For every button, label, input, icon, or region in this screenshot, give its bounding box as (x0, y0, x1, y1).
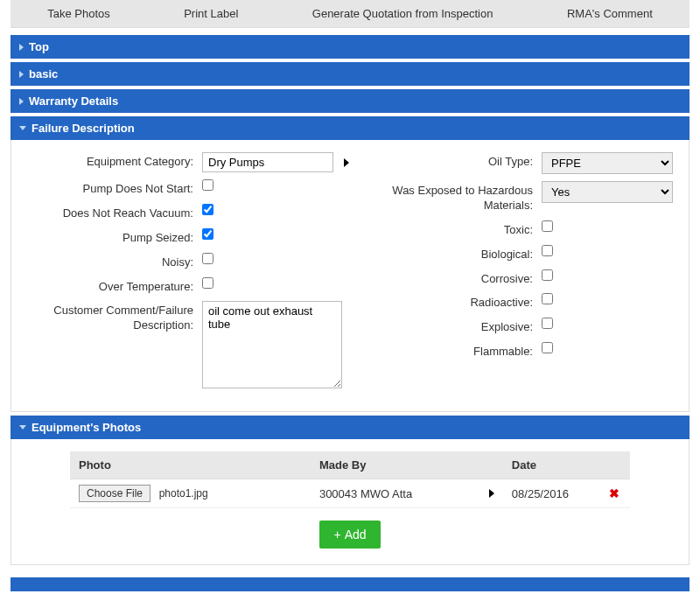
section-header-top[interactable]: Top (10, 35, 690, 59)
customer-comment-textarea[interactable]: oil come out exhaust tube (202, 301, 342, 388)
noisy-checkbox[interactable] (202, 253, 214, 264)
section-title-photos: Equipment's Photos (32, 421, 141, 434)
oil-type-select[interactable]: PFPE (542, 152, 673, 174)
oil-type-label: Oil Type: (367, 152, 542, 170)
delete-row-icon[interactable]: ✖ (609, 486, 620, 500)
explosive-checkbox[interactable] (542, 318, 553, 329)
failure-section-body: Equipment Category: Pump Does Not Start:… (10, 140, 690, 412)
over-temp-checkbox[interactable] (202, 277, 214, 289)
date-value: 08/25/2016 (503, 479, 599, 508)
chevron-down-icon (19, 126, 26, 130)
section-title-failure: Failure Description (32, 122, 135, 135)
toxic-label: Toxic: (367, 220, 542, 238)
pump-no-start-checkbox[interactable] (202, 179, 214, 191)
add-button-label: Add (345, 528, 367, 542)
madeby-header: Made By (311, 451, 503, 479)
section-title-top: Top (29, 40, 49, 53)
section-header-basic[interactable]: basic (10, 62, 690, 86)
over-temp-label: Over Temperature: (27, 277, 202, 295)
filename-text: photo1.jpg (159, 487, 208, 500)
table-row: Choose File photo1.jpg 300043 MWO Atta 0… (70, 479, 630, 508)
plus-icon: + (333, 528, 340, 542)
take-photos-button[interactable]: Take Photos (37, 2, 121, 25)
add-button[interactable]: + Add (319, 521, 380, 549)
hazardous-select[interactable]: Yes (542, 181, 673, 203)
photos-table: Photo Made By Date Choose File photo1.jp… (70, 451, 630, 508)
section-header-next[interactable] (10, 577, 690, 591)
toolbar: Take Photos Print Label Generate Quotati… (10, 0, 690, 28)
lookup-arrow-icon[interactable] (344, 158, 349, 167)
choose-file-button[interactable]: Choose File (79, 485, 150, 502)
actions-header (599, 451, 630, 479)
radioactive-label: Radioactive: (367, 293, 542, 311)
corrosive-label: Corrosive: (367, 269, 542, 287)
equipment-category-label: Equipment Category: (27, 152, 202, 170)
equipment-category-input[interactable] (202, 152, 333, 172)
chevron-down-icon (19, 425, 26, 430)
chevron-right-icon (19, 71, 24, 78)
chevron-right-icon (19, 44, 24, 51)
section-header-failure[interactable]: Failure Description (10, 116, 690, 140)
no-vacuum-label: Does Not Reach Vacuum: (27, 204, 202, 221)
flammable-label: Flammable: (367, 342, 542, 360)
customer-comment-label: Customer Comment/Failure Description: (27, 301, 202, 333)
section-title-warranty: Warranty Details (29, 94, 118, 108)
biological-checkbox[interactable] (542, 245, 553, 256)
lookup-arrow-icon[interactable] (489, 489, 494, 498)
date-header: Date (503, 451, 599, 479)
no-vacuum-checkbox[interactable] (202, 204, 214, 215)
section-header-warranty[interactable]: Warranty Details (10, 89, 690, 113)
section-title-basic: basic (29, 67, 58, 80)
photos-section-body: Photo Made By Date Choose File photo1.jp… (10, 439, 690, 565)
radioactive-checkbox[interactable] (542, 293, 553, 304)
explosive-label: Explosive: (367, 318, 542, 335)
hazardous-label: Was Exposed to Hazardous Materials: (367, 181, 542, 213)
madeby-value: 300043 MWO Atta (319, 487, 412, 500)
noisy-label: Noisy: (27, 253, 202, 270)
pump-seized-label: Pump Seized: (27, 228, 202, 246)
failure-right-column: Oil Type: PFPE Was Exposed to Hazardous … (367, 152, 673, 395)
rma-comment-button[interactable]: RMA's Comment (556, 2, 663, 25)
failure-left-column: Equipment Category: Pump Does Not Start:… (27, 152, 349, 395)
generate-quotation-button[interactable]: Generate Quotation from Inspection (302, 2, 504, 25)
pump-no-start-label: Pump Does Not Start: (27, 179, 202, 197)
biological-label: Biological: (367, 245, 542, 262)
section-header-photos[interactable]: Equipment's Photos (10, 416, 690, 439)
pump-seized-checkbox[interactable] (202, 228, 214, 240)
flammable-checkbox[interactable] (542, 342, 553, 353)
print-label-button[interactable]: Print Label (173, 2, 248, 25)
toxic-checkbox[interactable] (542, 220, 553, 232)
chevron-right-icon (19, 98, 24, 105)
photo-header: Photo (70, 451, 311, 479)
corrosive-checkbox[interactable] (542, 269, 553, 281)
